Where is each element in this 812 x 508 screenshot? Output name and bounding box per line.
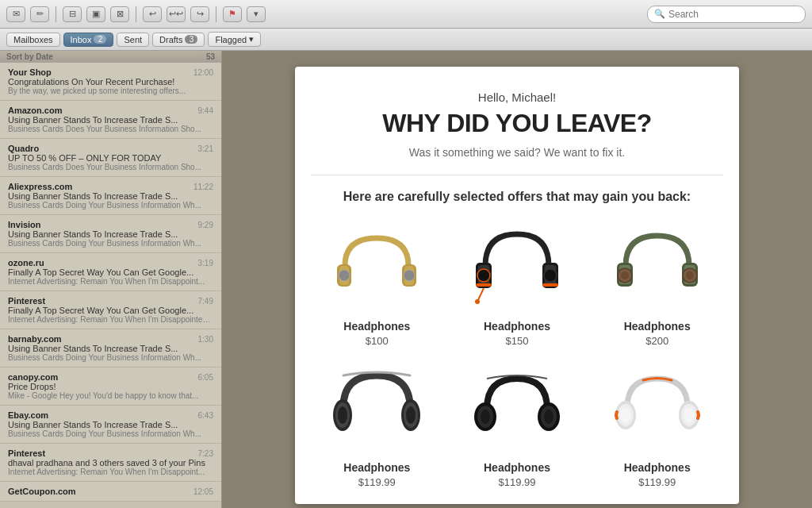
email-subject: Finally A Top Secret Way You Can Get Goo… [8, 306, 213, 315]
sent-label: Sent [124, 35, 142, 44]
toolbar-separator-1 [56, 6, 56, 22]
email-sender: Aliexpress.com [8, 182, 72, 191]
list-item[interactable]: Invision 9:29 Using Banner Stands To Inc… [0, 215, 221, 253]
svg-rect-11 [542, 283, 558, 287]
email-time: 12:00 [193, 68, 213, 77]
product-image [602, 360, 713, 455]
email-preview: Business Cards Doing Your Business Infor… [8, 353, 213, 362]
email-preview: Business Cards Doing Your Business Infor… [8, 201, 213, 210]
product-price: $150 [506, 335, 529, 347]
product-item[interactable]: Headphones $200 [591, 218, 723, 347]
reply-icon[interactable]: ↩ [143, 6, 162, 22]
new-note-icon[interactable]: ✏ [30, 6, 49, 22]
email-count: 53 [206, 52, 215, 61]
email-subject: Using Banner Stands To Increase Trade S.… [8, 344, 213, 353]
product-item[interactable]: Headphones $100 [311, 218, 443, 347]
search-input[interactable] [668, 9, 799, 20]
inbox-button[interactable]: Inbox 2 [63, 33, 114, 47]
email-sender: Your Shop [8, 67, 52, 77]
list-item[interactable]: Ebay.com 6:43 Using Banner Stands To Inc… [0, 406, 221, 444]
main-area: Sort by Date 53 Your Shop 12:00 Congratu… [0, 51, 812, 508]
email-time: 3:19 [198, 259, 213, 267]
email-subject: dhaval pradhana and 3 others saved 3 of … [8, 458, 213, 468]
product-item[interactable]: Headphones $119.99 [591, 360, 723, 488]
svg-point-13 [475, 299, 480, 304]
product-item[interactable]: Headphones $119.99 [451, 360, 584, 488]
archive-icon[interactable]: ▣ [86, 6, 105, 22]
email-sender: ozone.ru [8, 258, 44, 267]
list-item[interactable]: Amazon.com 9:44 Using Banner Stands To I… [0, 101, 221, 139]
email-sender: Invision [8, 220, 41, 229]
product-price: $100 [366, 335, 389, 347]
email-time: 7:23 [198, 449, 213, 458]
svg-point-5 [404, 270, 415, 281]
product-item[interactable]: Headphones $150 [451, 218, 584, 347]
svg-point-14 [477, 269, 490, 282]
list-item[interactable]: Aliexpress.com 11:22 Using Banner Stands… [0, 177, 221, 215]
svg-rect-10 [476, 283, 492, 287]
move-icon[interactable]: ⊠ [110, 6, 129, 22]
toolbar-separator-2 [136, 6, 136, 22]
email-subject: Price Drops! [8, 382, 213, 391]
list-item[interactable]: GetCoupon.com 12:05 [0, 482, 221, 502]
sent-button[interactable]: Sent [117, 33, 149, 47]
email-subject: Using Banner Stands To Increase Trade S.… [8, 229, 213, 239]
email-sender: Pinterest [8, 448, 45, 458]
email-subject: Using Banner Stands To Increase Trade S.… [8, 191, 213, 201]
email-time: 1:30 [198, 335, 213, 344]
email-preview: Business Cards Does Your Business Inform… [8, 163, 213, 171]
toolbar-separator-3 [216, 6, 216, 22]
email-time: 9:44 [198, 106, 213, 115]
list-item[interactable]: canopy.com 6:05 Price Drops! Mike - Goog… [0, 368, 221, 406]
flagged-button[interactable]: Flagged ▾ [208, 32, 261, 47]
inbox-badge: 2 [94, 35, 106, 44]
compose-icon[interactable]: ✉ [6, 6, 25, 22]
list-item[interactable]: Pinterest 7:23 dhaval pradhana and 3 oth… [0, 444, 221, 482]
svg-point-4 [339, 270, 350, 281]
email-headline: WHY DID YOU LEAVE? [311, 109, 723, 138]
product-item[interactable]: Headphones $119.99 [311, 360, 443, 488]
email-sender: canopy.com [8, 372, 58, 382]
product-price: $200 [645, 335, 668, 347]
list-item[interactable]: barnaby.com 1:30 Using Banner Stands To … [0, 329, 221, 368]
forward-icon[interactable]: ↪ [190, 6, 209, 22]
product-price: $119.99 [498, 476, 535, 488]
svg-point-32 [481, 410, 490, 424]
product-name: Headphones [624, 461, 691, 474]
flag-menu-icon[interactable]: ▾ [247, 6, 266, 22]
list-item[interactable]: Quadro 3:21 UP TO 50 % OFF – ONLY FOR TO… [0, 139, 221, 177]
headphone-image-gold [329, 226, 424, 306]
drafts-button[interactable]: Drafts 3 [152, 33, 205, 47]
email-subject: UP TO 50 % OFF – ONLY FOR TODAY [8, 153, 213, 163]
list-item[interactable]: Pinterest 7:49 Finally A Top Secret Way … [0, 291, 221, 329]
product-image [462, 218, 573, 314]
svg-point-41 [684, 407, 695, 423]
email-sender: Ebay.com [8, 410, 48, 420]
email-sender: Pinterest [8, 296, 45, 306]
email-subject: Finally A Top Secret Way You Can Get Goo… [8, 267, 213, 277]
delete-icon[interactable]: ⊟ [63, 6, 82, 22]
search-bar[interactable]: 🔍 [647, 6, 806, 23]
product-price: $119.99 [638, 476, 676, 488]
email-offers-title: Here are carefully selected offers that … [311, 188, 723, 206]
reply-all-icon[interactable]: ↩↩ [167, 6, 186, 22]
flagged-chevron: ▾ [249, 34, 254, 44]
headphone-image-white-orange [610, 368, 705, 447]
top-toolbar: ✉ ✏ ⊟ ▣ ⊠ ↩ ↩↩ ↪ ⚑ ▾ 🔍 [0, 0, 812, 29]
svg-point-23 [686, 271, 694, 279]
headphone-image-gaming [469, 226, 565, 306]
flag-icon[interactable]: ⚑ [223, 6, 242, 22]
list-item[interactable]: Your Shop 12:00 Congratulations On Your … [0, 63, 221, 101]
mailboxes-button[interactable]: Mailboxes [6, 33, 60, 47]
list-item[interactable]: ozone.ru 3:19 Finally A Top Secret Way Y… [0, 253, 221, 291]
svg-point-26 [338, 406, 347, 424]
email-time: 6:43 [198, 411, 213, 420]
email-sender: GetCoupon.com [8, 487, 76, 496]
svg-point-38 [620, 407, 631, 423]
email-preview: Internet Advertising: Remain You When I'… [8, 315, 213, 324]
email-sidebar: Sort by Date 53 Your Shop 12:00 Congratu… [0, 51, 222, 508]
product-image [602, 218, 713, 314]
email-subtext: Was it something we said? We want to fix… [311, 146, 723, 159]
email-preview: Business Cards Doing Your Business Infor… [8, 429, 213, 438]
email-time: 6:05 [198, 373, 213, 382]
